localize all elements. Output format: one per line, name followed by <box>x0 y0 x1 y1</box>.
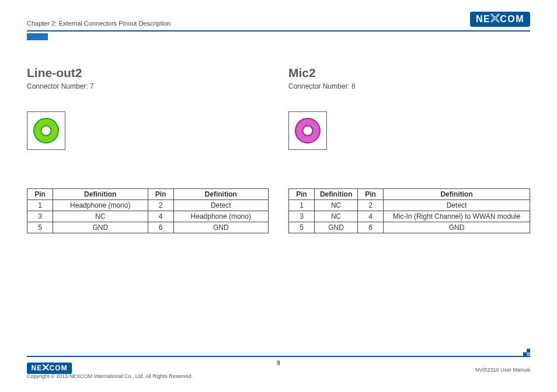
line-out2-section: Line-out2 Connector Number: 7 Pin Defini… <box>27 66 269 233</box>
cell-def: Headphone (mono) <box>53 200 148 211</box>
cell-pin: 2 <box>358 200 384 211</box>
th-def: Definition <box>173 189 269 200</box>
main-content: Line-out2 Connector Number: 7 Pin Defini… <box>27 66 530 233</box>
cell-pin: 2 <box>148 200 173 211</box>
cell-def: GND <box>53 222 148 233</box>
th-def: Definition <box>384 189 530 200</box>
table-row: 1 Headphone (mono) 2 Detect <box>27 200 269 211</box>
svg-point-1 <box>41 126 51 136</box>
line-out2-pinout-table: Pin Definition Pin Definition 1 Headphon… <box>27 188 269 233</box>
table-row: 5 GND 6 GND <box>27 222 269 233</box>
cell-pin: 4 <box>358 211 384 222</box>
mic2-pinout-table: Pin Definition Pin Definition 1 NC 2 Det… <box>288 188 530 233</box>
manual-name: NViS2310 User Manual <box>475 367 530 373</box>
page-number: 9 <box>277 360 280 366</box>
th-pin: Pin <box>289 189 315 200</box>
table-row: 3 NC 4 Mic-In (Right Channel) to WWAN mo… <box>289 211 530 222</box>
cell-def: Headphone (mono) <box>173 211 269 222</box>
table-row: 1 NC 2 Detect <box>289 200 530 211</box>
th-def: Definition <box>315 189 358 200</box>
cell-pin: 5 <box>27 222 53 233</box>
cell-def: Mic-In (Right Channel) to WWAN module <box>384 211 530 222</box>
jack-diagram-wrap <box>288 111 530 150</box>
th-def: Definition <box>53 189 148 200</box>
brand-x-icon <box>490 13 500 25</box>
line-out-jack-icon <box>27 111 65 150</box>
jack-diagram-wrap <box>27 111 269 150</box>
mic-jack-icon <box>288 111 327 150</box>
cell-pin: 1 <box>27 200 53 211</box>
cell-pin: 3 <box>27 211 53 222</box>
cell-pin: 1 <box>289 200 315 211</box>
cell-pin: 6 <box>358 222 384 233</box>
cell-pin: 4 <box>148 211 173 222</box>
brand-x-icon <box>42 364 49 373</box>
brand-text-ne: NE <box>476 14 490 24</box>
cell-def: Detect <box>384 200 530 211</box>
brand-text-ne: NE <box>32 365 43 373</box>
header-rule <box>27 30 530 32</box>
cell-pin: 6 <box>148 222 173 233</box>
svg-point-3 <box>303 126 313 136</box>
th-pin: Pin <box>358 189 384 200</box>
cell-def: GND <box>173 222 269 233</box>
header-tab-block <box>27 33 48 40</box>
table-row: 3 NC 4 Headphone (mono) <box>27 211 269 222</box>
cell-def: GND <box>315 222 358 233</box>
section-title: Line-out2 <box>27 66 269 80</box>
brand-logo: NE COM <box>470 12 530 27</box>
connector-number: Connector Number: 7 <box>27 82 269 90</box>
cell-pin: 3 <box>289 211 315 222</box>
footer-corner-icon <box>523 349 530 356</box>
page-footer: NE COM Copyright © 2013 NEXCOM Internati… <box>27 356 530 379</box>
footer-brand-logo: NE COM <box>27 363 151 374</box>
th-pin: Pin <box>148 189 173 200</box>
brand-logo-pill: NE COM <box>470 12 530 27</box>
th-pin: Pin <box>27 189 53 200</box>
table-row: 5 GND 6 GND <box>289 222 530 233</box>
chapter-title: Chapter 2: External Connectors Pinout De… <box>27 20 170 27</box>
footer-rule <box>27 356 530 357</box>
cell-def: GND <box>384 222 530 233</box>
brand-text-com: COM <box>49 365 67 373</box>
mic2-section: Mic2 Connector Number: 8 Pin Definition … <box>288 66 530 233</box>
copyright-text: Copyright © 2013 NEXCOM International Co… <box>27 373 193 379</box>
cell-def: NC <box>315 211 358 222</box>
section-title: Mic2 <box>288 66 530 80</box>
brand-text-com: COM <box>500 14 524 24</box>
cell-def: NC <box>315 200 358 211</box>
connector-number: Connector Number: 8 <box>288 82 530 90</box>
cell-pin: 5 <box>289 222 315 233</box>
cell-def: NC <box>53 211 148 222</box>
cell-def: Detect <box>173 200 269 211</box>
